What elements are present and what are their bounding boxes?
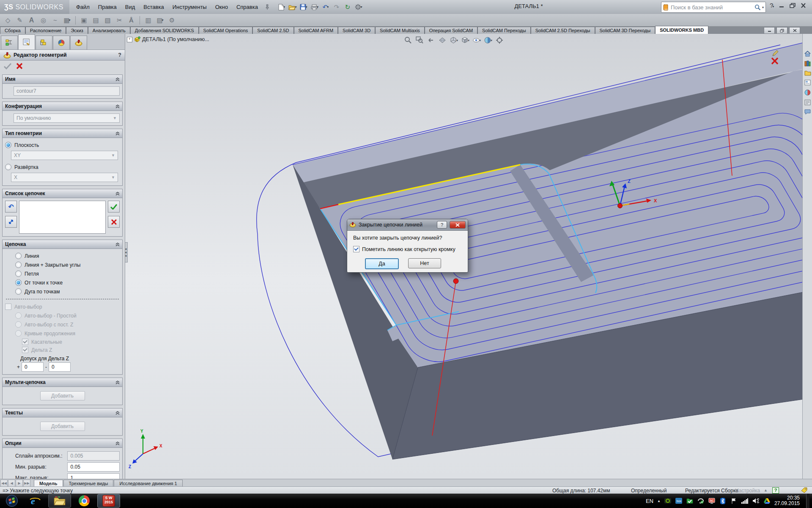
menu-help[interactable]: Справка bbox=[232, 2, 262, 12]
table-icon[interactable]: ▦▾ bbox=[62, 15, 72, 25]
file-explorer-taskbar-icon[interactable] bbox=[48, 494, 71, 508]
tab-solidcam-transitions[interactable]: SolidCAM Переходы bbox=[477, 27, 531, 34]
unfold-dropdown[interactable]: X▼ bbox=[11, 173, 118, 182]
tab-sketch[interactable]: Эскиз bbox=[66, 27, 88, 34]
spline-approx-input[interactable]: 0.005 bbox=[67, 451, 120, 461]
chain-listbox[interactable] bbox=[19, 201, 106, 234]
tab-solidcam-afrm[interactable]: SolidCAM AFRM bbox=[294, 27, 338, 34]
internet-explorer-icon[interactable]: e bbox=[24, 494, 47, 508]
start-button[interactable] bbox=[2, 494, 22, 508]
bluetooth-tray-icon[interactable] bbox=[719, 497, 727, 505]
minimize-button[interactable] bbox=[779, 3, 785, 8]
configuration-manager-tab[interactable] bbox=[36, 36, 52, 50]
tab-assembly[interactable]: Сборка bbox=[0, 27, 25, 34]
menu-view[interactable]: Вид bbox=[121, 2, 140, 12]
collapse-chevron-icon[interactable] bbox=[115, 442, 120, 445]
menu-window[interactable]: Окно bbox=[211, 2, 232, 12]
property-manager-tab[interactable] bbox=[18, 34, 35, 50]
menu-file[interactable]: Файл bbox=[72, 2, 94, 12]
view-orientation-icon[interactable]: ▾ bbox=[450, 36, 458, 44]
tab-addins[interactable]: Добавления SOLIDWORKS bbox=[130, 27, 199, 34]
file-explorer-icon[interactable] bbox=[804, 70, 811, 76]
feature-tree-flyout[interactable]: + ДЕТАЛЬ1 (По умолчанию... bbox=[127, 36, 209, 42]
redo-icon[interactable]: ↷ bbox=[332, 2, 342, 12]
tree-expander-icon[interactable]: + bbox=[127, 37, 132, 42]
section-view-icon[interactable] bbox=[438, 36, 447, 44]
yes-button[interactable]: Да bbox=[365, 258, 399, 269]
3d-view-icon[interactable]: ▨▾ bbox=[155, 15, 165, 25]
close-button[interactable] bbox=[801, 3, 806, 8]
forum-icon[interactable] bbox=[804, 109, 811, 115]
doc-restore-button[interactable] bbox=[776, 27, 787, 34]
name-input[interactable]: contour7 bbox=[14, 86, 120, 96]
collapse-chevron-icon[interactable] bbox=[115, 381, 120, 384]
dialog-close-button[interactable] bbox=[450, 221, 466, 229]
continuation-curves-radio[interactable] bbox=[15, 330, 22, 337]
chain-loop-radio[interactable] bbox=[15, 271, 22, 277]
spline-icon[interactable]: ~ bbox=[50, 15, 60, 25]
tolerance-minus-input[interactable]: 0 bbox=[49, 362, 71, 372]
print-icon[interactable]: ▾ bbox=[310, 2, 320, 12]
unfold-radio[interactable] bbox=[5, 164, 11, 170]
plane-radio[interactable] bbox=[5, 142, 11, 148]
panel-help-icon[interactable]: ? bbox=[118, 52, 121, 58]
collapse-chevron-icon[interactable] bbox=[115, 132, 120, 135]
tab-solidcam-25d-transitions[interactable]: SolidCAM 2.5D Переходы bbox=[531, 27, 595, 34]
no-button[interactable]: Нет bbox=[408, 258, 441, 268]
help-status-icon[interactable]: ? bbox=[772, 487, 779, 494]
trim-icon[interactable]: ✂ bbox=[114, 15, 125, 25]
search-options-caret[interactable]: ▾ bbox=[762, 6, 764, 9]
auto-const-z-radio[interactable] bbox=[15, 321, 22, 328]
collapse-chevron-icon[interactable] bbox=[115, 243, 120, 246]
settings-caret-icon[interactable]: ▲ bbox=[764, 488, 768, 492]
motion-study-tab[interactable]: Исследование движения 1 bbox=[114, 480, 182, 487]
smart-dimension-icon[interactable]: ◇ bbox=[3, 15, 13, 25]
chain-arc-radio[interactable] bbox=[15, 288, 22, 295]
balloon-icon[interactable]: ◎ bbox=[38, 15, 49, 25]
ok-check-icon[interactable] bbox=[3, 63, 12, 69]
drawing-icon[interactable]: ▤ bbox=[91, 15, 101, 25]
collapse-chevron-icon[interactable] bbox=[115, 105, 120, 108]
doc-minimize-button[interactable] bbox=[764, 27, 775, 34]
options-gear-icon[interactable]: ▾ bbox=[354, 2, 364, 12]
custom-properties-icon[interactable] bbox=[804, 99, 811, 105]
tab-scroll-first-button[interactable]: ◀◀ bbox=[0, 480, 8, 487]
volume-speaker-icon[interactable] bbox=[752, 497, 760, 505]
graphics-area[interactable]: X Z Y X Z + ДЕТАЛЬ1 (По умолчанию... bbox=[125, 34, 802, 480]
dialog-title-bar[interactable]: Закрытие цепочки линией ? bbox=[347, 219, 468, 231]
cancel-x-icon[interactable] bbox=[16, 63, 23, 69]
chrome-icon[interactable] bbox=[73, 494, 96, 508]
feature-tree-tab[interactable] bbox=[1, 36, 18, 50]
new-document-icon[interactable]: ▾ bbox=[277, 2, 287, 12]
text-scale-icon[interactable]: Å bbox=[126, 15, 137, 25]
appearance-icon[interactable]: ▾ bbox=[484, 36, 492, 44]
action-center-flag-icon[interactable] bbox=[730, 497, 738, 505]
tab-solidcam-operations[interactable]: SolidCAM Operations bbox=[199, 27, 253, 34]
menu-insert[interactable]: Вставка bbox=[139, 2, 168, 12]
view-palette-icon[interactable] bbox=[804, 80, 811, 86]
sketch-pencil-icon[interactable] bbox=[772, 50, 779, 57]
panel-splitter[interactable]: ◀◀◀ bbox=[125, 242, 128, 262]
delta-z-checkbox[interactable] bbox=[22, 347, 28, 353]
collapse-chevron-icon[interactable] bbox=[115, 411, 120, 415]
save-icon[interactable]: ▾ bbox=[299, 2, 309, 12]
menu-edit[interactable]: Правка bbox=[94, 2, 121, 12]
hide-show-items-icon[interactable]: ▾ bbox=[472, 36, 481, 44]
knowledge-search-box[interactable]: Поиск в базе знаний ▾ bbox=[661, 2, 766, 13]
tangent-checkbox[interactable] bbox=[22, 339, 28, 345]
display-manager-tab[interactable] bbox=[53, 36, 70, 50]
collapse-chevron-icon[interactable] bbox=[115, 192, 120, 196]
scene-settings-icon[interactable] bbox=[495, 36, 504, 44]
collapse-chevron-icon[interactable] bbox=[115, 77, 120, 81]
google-drive-tray-icon[interactable] bbox=[763, 497, 771, 505]
resources-icon[interactable] bbox=[804, 51, 811, 57]
section-icon[interactable]: ▧ bbox=[102, 15, 113, 25]
tab-solidworks-mbd[interactable]: SOLIDWORKS MBD bbox=[655, 26, 708, 34]
model-view-icon[interactable]: ▣ bbox=[79, 15, 89, 25]
doc-close-button[interactable] bbox=[789, 27, 800, 34]
texts-add-button[interactable]: Добавить bbox=[40, 422, 85, 431]
tab-scroll-left-button[interactable]: ◀ bbox=[8, 480, 15, 487]
min-gap-input[interactable]: 0.05 bbox=[67, 462, 120, 472]
model-tab[interactable]: Модель bbox=[34, 480, 63, 487]
chain-point-to-point-radio[interactable] bbox=[15, 279, 22, 286]
